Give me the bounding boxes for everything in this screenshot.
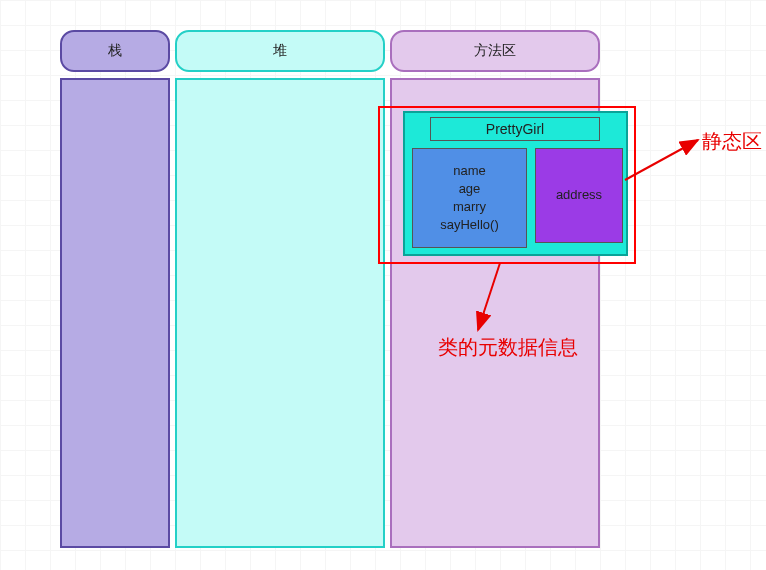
instance-member-item: age [459, 180, 481, 198]
instance-member-item: sayHello() [440, 216, 499, 234]
stack-tab: 栈 [60, 30, 170, 72]
method-area-tab: 方法区 [390, 30, 600, 72]
method-area-tab-label: 方法区 [474, 42, 516, 60]
instance-member-item: marry [453, 198, 486, 216]
class-header: PrettyGirl [430, 117, 600, 141]
static-area-annotation: 静态区 [702, 128, 762, 155]
metadata-annotation: 类的元数据信息 [438, 334, 578, 361]
heap-tab-label: 堆 [273, 42, 287, 60]
static-member-item: address [556, 186, 602, 204]
class-name-label: PrettyGirl [486, 121, 544, 137]
static-members-box: address [535, 148, 623, 243]
instance-member-item: name [453, 162, 486, 180]
instance-members-box: name age marry sayHello() [412, 148, 527, 248]
heap-body [175, 78, 385, 548]
stack-body [60, 78, 170, 548]
stack-tab-label: 栈 [108, 42, 122, 60]
heap-tab: 堆 [175, 30, 385, 72]
